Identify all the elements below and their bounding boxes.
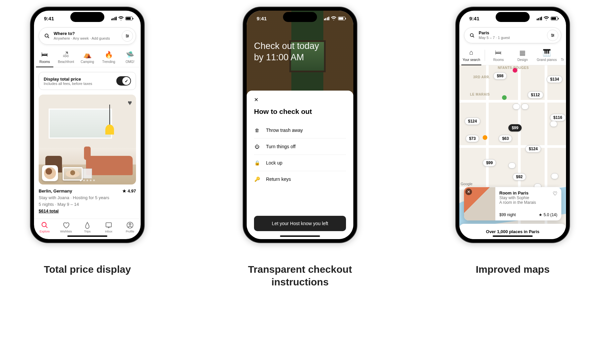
map-price-pin[interactable]: $124: [465, 118, 480, 125]
svg-point-2: [128, 36, 128, 36]
category-trending[interactable]: 🔥Trending: [98, 51, 119, 67]
category-design[interactable]: ▦Design: [511, 49, 535, 65]
category-bar: ⌂Your search 🛏Rooms ▦Design 🎹Grand piano…: [459, 46, 566, 65]
design-icon: ▦: [519, 49, 526, 56]
caption-1: Total price display: [44, 263, 131, 276]
close-icon[interactable]: ✕: [465, 188, 472, 195]
carousel-dots: [80, 180, 95, 181]
toggle-title: Display total price: [44, 77, 113, 82]
map-pin-empty[interactable]: [551, 173, 558, 179]
listing-price: $614 total: [39, 208, 136, 214]
category-omg[interactable]: 🛸OMG!: [119, 51, 141, 67]
svg-point-4: [42, 222, 46, 227]
map-attribution: Google: [461, 182, 472, 186]
filter-button[interactable]: [122, 30, 133, 42]
tab-wishlists[interactable]: Wishlists: [55, 219, 77, 236]
category-grand-pianos[interactable]: 🎹Grand pianos: [535, 49, 559, 65]
map-footer[interactable]: Over 1,000 places in Paris: [459, 224, 566, 239]
caption-2: Transparent checkout instructions: [240, 263, 360, 288]
svg-point-8: [470, 33, 473, 36]
dynamic-island: [283, 12, 317, 22]
total-price-toggle-card: Display total price Includes all fees, b…: [39, 72, 136, 90]
wifi-icon: [331, 16, 336, 20]
host-passport: [63, 167, 83, 181]
listing-rating: ★ 4.97: [122, 188, 136, 194]
airbnb-icon: [84, 221, 91, 229]
map-pin-empty[interactable]: [508, 163, 516, 169]
tab-inbox[interactable]: Inbox: [98, 219, 119, 236]
svg-point-10: [553, 35, 554, 36]
map-pin-empty[interactable]: [550, 121, 557, 127]
checkout-hero: 9:41 Check out today by 11:00 AM: [247, 11, 353, 95]
card-desc: A room in the Marais: [499, 200, 557, 205]
checkout-sheet: ✕ How to check out 🗑Throw trash away ⏻Tu…: [247, 91, 353, 239]
svg-point-0: [45, 34, 48, 37]
tent-icon: ⛺: [83, 51, 92, 58]
search-subtitle: May 5 – 7 · 1 guest: [479, 36, 543, 40]
card-title: Room in Paris: [499, 190, 557, 195]
key-icon: 🔑: [254, 177, 260, 182]
map-price-pin[interactable]: $112: [528, 91, 543, 99]
piano-icon: 🎹: [543, 49, 551, 56]
power-icon: ⏻: [254, 144, 260, 149]
map-pin-empty[interactable]: [513, 104, 520, 110]
beach-icon: 🏖: [63, 51, 69, 58]
map-price-pin[interactable]: $134: [547, 76, 562, 83]
home-indicator: [493, 235, 533, 237]
close-icon[interactable]: ✕: [254, 97, 346, 103]
category-your-search[interactable]: ⌂Your search: [459, 49, 483, 65]
search-bar[interactable]: Paris May 5 – 7 · 1 guest: [464, 27, 561, 43]
phone-maps: 9:41 Paris May 5 – 7 · 1 guest ⌂Your sea…: [455, 7, 570, 243]
chat-icon: [105, 221, 112, 229]
map-price-pin[interactable]: $124: [525, 145, 541, 153]
category-beachfront[interactable]: 🏖Beachfront: [55, 51, 77, 67]
map-price-pin[interactable]: $99: [483, 159, 496, 167]
ufo-icon: 🛸: [126, 51, 134, 58]
listing-host-line: Stay with Joana · Hosting for 5 years: [39, 194, 136, 201]
notify-host-button[interactable]: Let your Host know you left: [254, 216, 346, 231]
dynamic-island: [496, 12, 530, 22]
tab-explore[interactable]: Explore: [34, 219, 55, 236]
search-bar[interactable]: Where to? Anywhere · Any week · Add gues…: [39, 27, 136, 45]
svg-point-3: [127, 37, 127, 37]
map-price-pin[interactable]: $73: [466, 135, 479, 142]
tab-profile[interactable]: Profile: [119, 219, 141, 236]
map-pin-empty[interactable]: [521, 104, 529, 110]
phone-checkout: 9:41 Check out today by 11:00 AM ✕ How t…: [243, 7, 357, 243]
map-price-pin[interactable]: $63: [499, 135, 512, 142]
filter-button[interactable]: [547, 30, 558, 41]
toggle-switch[interactable]: [116, 76, 131, 86]
map-view[interactable]: NFANTS-ROUGES 3RD ARR. LE MARAIS $98$134…: [459, 65, 566, 239]
category-bar: 🛏Rooms 🏖Beachfront ⛺Camping 🔥Trending 🛸O…: [34, 48, 141, 67]
profile-icon: [126, 221, 134, 229]
heart-icon[interactable]: ♡: [553, 190, 557, 197]
card-thumbnail: ✕: [464, 187, 495, 220]
listing-dates: 5 nights · May 9 – 14: [39, 201, 136, 208]
map-listing-card[interactable]: ✕ Room in Paris Stay with Sophie A room …: [464, 187, 561, 220]
map-price-pin[interactable]: $116: [550, 114, 566, 121]
bed-icon: 🛏: [41, 51, 48, 58]
separator: [485, 50, 485, 61]
cellular-icon: [324, 17, 330, 20]
category-overflow[interactable]: Tr: [559, 49, 566, 65]
map-price-pin[interactable]: $92: [513, 173, 526, 181]
sheet-title: How to check out: [254, 108, 346, 116]
battery-icon: [338, 17, 345, 20]
category-camping[interactable]: ⛺Camping: [77, 51, 98, 67]
map-price-pin[interactable]: $98: [493, 72, 507, 80]
category-rooms[interactable]: 🛏Rooms: [486, 49, 510, 65]
bed-icon: 🛏: [495, 49, 502, 56]
heart-icon[interactable]: ♥: [128, 99, 132, 107]
cellular-icon: [111, 17, 117, 20]
svg-point-11: [552, 36, 553, 37]
home-icon: ⌂: [469, 49, 473, 56]
listing-card[interactable]: ♥ Berlin, Germany★ 4.97 Stay with Joana …: [39, 95, 136, 215]
map-price-pin[interactable]: $99: [508, 124, 522, 132]
neighborhood-label: 3RD ARR.: [473, 75, 490, 79]
category-rooms[interactable]: 🛏Rooms: [34, 51, 55, 67]
phone-total-price: 9:41 Where to? Anywhere · Any week · Add…: [30, 7, 145, 243]
dynamic-island: [70, 12, 104, 22]
tab-trips[interactable]: Trips: [77, 219, 98, 236]
search-icon: [41, 221, 48, 229]
svg-point-9: [552, 34, 552, 35]
